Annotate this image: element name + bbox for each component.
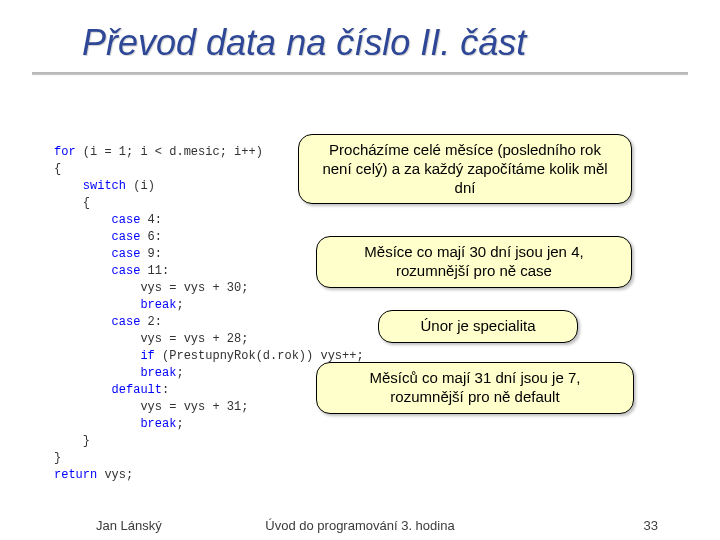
- slide: Převod data na číslo II. část for (i = 1…: [0, 0, 720, 540]
- code-text: }: [54, 451, 61, 465]
- code-text: {: [54, 162, 61, 176]
- code-text: 6:: [140, 230, 162, 244]
- kw-case: case: [112, 230, 141, 244]
- code-text: :: [162, 383, 169, 397]
- kw-case: case: [112, 264, 141, 278]
- kw-break: break: [140, 417, 176, 431]
- slide-number: 33: [644, 518, 658, 533]
- code-text: vys = vys + 30;: [140, 281, 248, 295]
- slide-title: Převod data na číslo II. část: [0, 0, 720, 64]
- code-text: vys = vys + 31;: [140, 400, 248, 414]
- code-text: vys;: [97, 468, 133, 482]
- kw-break: break: [140, 366, 176, 380]
- code-text: (i = 1; i < d.mesic; i++): [76, 145, 263, 159]
- kw-switch: switch: [83, 179, 126, 193]
- code-text: 9:: [140, 247, 162, 261]
- kw-if: if: [140, 349, 154, 363]
- kw-return: return: [54, 468, 97, 482]
- code-text: 11:: [140, 264, 169, 278]
- footer-author: Jan Lánský: [96, 518, 162, 533]
- code-text: ;: [176, 366, 183, 380]
- code-text: {: [83, 196, 90, 210]
- code-text: ;: [176, 417, 183, 431]
- kw-break: break: [140, 298, 176, 312]
- kw-case: case: [112, 315, 141, 329]
- kw-default: default: [112, 383, 162, 397]
- code-text: (PrestupnyRok(d.rok)) vys++;: [155, 349, 364, 363]
- callout-31days: Měsíců co mají 31 dní jsou je 7, rozumně…: [316, 362, 634, 414]
- code-text: }: [83, 434, 90, 448]
- callout-february: Únor je specialita: [378, 310, 578, 343]
- code-text: vys = vys + 28;: [140, 332, 248, 346]
- kw-case: case: [112, 213, 141, 227]
- callout-30days: Měsíce co mají 30 dní jsou jen 4, rozumn…: [316, 236, 632, 288]
- code-text: 4:: [140, 213, 162, 227]
- kw-for: for: [54, 145, 76, 159]
- code-text: ;: [176, 298, 183, 312]
- callout-loop-explain: Procházíme celé měsíce (posledního rok n…: [298, 134, 632, 204]
- code-text: 2:: [140, 315, 162, 329]
- code-text: (i): [126, 179, 155, 193]
- title-underline: [32, 72, 688, 74]
- kw-case: case: [112, 247, 141, 261]
